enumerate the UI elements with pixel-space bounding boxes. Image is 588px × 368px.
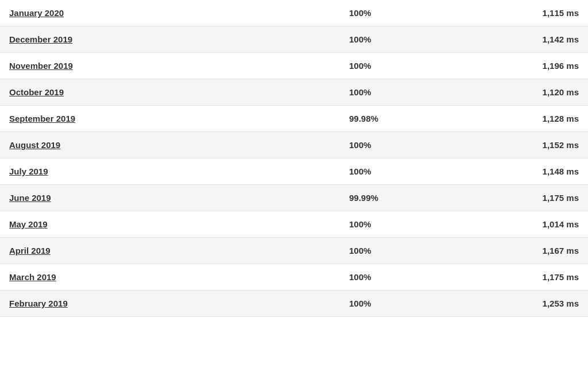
uptime-value: 100%: [349, 140, 464, 150]
response-time-value: 1,115 ms: [464, 8, 579, 18]
month-link[interactable]: July 2019: [9, 166, 48, 176]
month-link[interactable]: October 2019: [9, 87, 64, 97]
month-column: July 2019: [9, 166, 349, 176]
month-link[interactable]: November 2019: [9, 61, 73, 71]
table-row: April 2019100%1,167 ms: [0, 238, 588, 264]
table-row: December 2019100%1,142 ms: [0, 26, 588, 53]
month-link[interactable]: February 2019: [9, 299, 68, 308]
uptime-value: 100%: [349, 87, 464, 97]
response-time-value: 1,167 ms: [464, 246, 579, 255]
response-time-value: 1,253 ms: [464, 299, 579, 308]
response-time-value: 1,196 ms: [464, 61, 579, 71]
response-time-value: 1,152 ms: [464, 140, 579, 150]
month-column: November 2019: [9, 61, 349, 71]
table-row: February 2019100%1,253 ms: [0, 290, 588, 317]
table-row: January 2020100%1,115 ms: [0, 0, 588, 26]
month-link[interactable]: June 2019: [9, 193, 51, 203]
uptime-value: 100%: [349, 61, 464, 71]
response-time-value: 1,128 ms: [464, 114, 579, 123]
response-time-value: 1,120 ms: [464, 87, 579, 97]
table-row: September 201999.98%1,128 ms: [0, 106, 588, 132]
month-link[interactable]: March 2019: [9, 272, 56, 282]
month-column: January 2020: [9, 8, 349, 18]
uptime-value: 100%: [349, 166, 464, 176]
month-column: October 2019: [9, 87, 349, 97]
table-row: June 201999.99%1,175 ms: [0, 185, 588, 211]
uptime-value: 99.99%: [349, 193, 464, 203]
response-time-value: 1,142 ms: [464, 34, 579, 44]
month-column: April 2019: [9, 246, 349, 255]
table-row: October 2019100%1,120 ms: [0, 79, 588, 106]
response-time-value: 1,014 ms: [464, 219, 579, 229]
uptime-value: 100%: [349, 272, 464, 282]
month-column: August 2019: [9, 140, 349, 150]
month-link[interactable]: September 2019: [9, 114, 75, 123]
uptime-table: January 2020100%1,115 msDecember 2019100…: [0, 0, 588, 368]
response-time-value: 1,148 ms: [464, 166, 579, 176]
table-row: November 2019100%1,196 ms: [0, 53, 588, 79]
table-row: May 2019100%1,014 ms: [0, 211, 588, 238]
month-link[interactable]: December 2019: [9, 34, 72, 44]
month-column: February 2019: [9, 299, 349, 308]
month-link[interactable]: April 2019: [9, 246, 51, 255]
uptime-value: 100%: [349, 8, 464, 18]
uptime-value: 100%: [349, 34, 464, 44]
month-column: May 2019: [9, 219, 349, 229]
month-column: December 2019: [9, 34, 349, 44]
table-row: March 2019100%1,175 ms: [0, 264, 588, 290]
month-link[interactable]: August 2019: [9, 140, 60, 150]
table-row: July 2019100%1,148 ms: [0, 158, 588, 185]
table-row: August 2019100%1,152 ms: [0, 132, 588, 158]
response-time-value: 1,175 ms: [464, 193, 579, 203]
month-column: September 2019: [9, 114, 349, 123]
uptime-value: 99.98%: [349, 114, 464, 123]
response-time-value: 1,175 ms: [464, 272, 579, 282]
uptime-value: 100%: [349, 299, 464, 308]
month-link[interactable]: January 2020: [9, 8, 64, 18]
month-link[interactable]: May 2019: [9, 219, 48, 229]
uptime-value: 100%: [349, 219, 464, 229]
uptime-value: 100%: [349, 246, 464, 255]
month-column: June 2019: [9, 193, 349, 203]
month-column: March 2019: [9, 272, 349, 282]
